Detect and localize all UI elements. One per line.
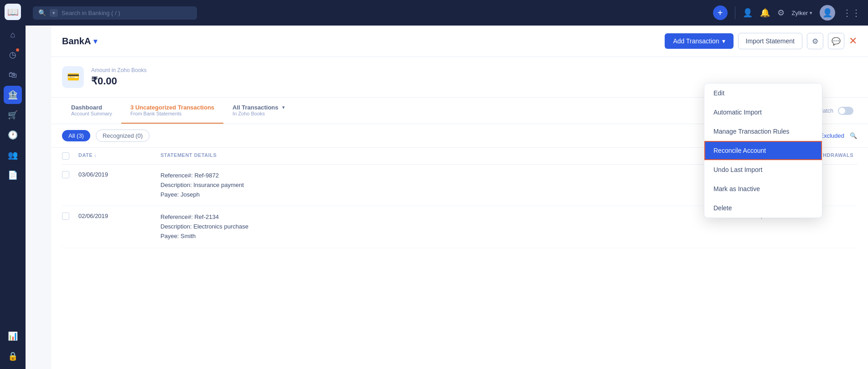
tab-dashboard[interactable]: Dashboard Account Summary [62, 98, 121, 124]
header-actions: Add Transaction ▾ Import Statement ⚙ 💬 ✕ [665, 33, 857, 49]
row2-date: 02/06/2019 [78, 213, 160, 219]
balance-label: Amount in Zoho Books [91, 67, 146, 73]
dropdown-edit[interactable]: Edit [704, 83, 822, 103]
add-transaction-label: Add Transaction [673, 37, 719, 45]
plus-icon: + [718, 8, 723, 18]
row2-checkbox-col [62, 213, 78, 220]
account-name: BankA [62, 36, 91, 47]
filter-all-button[interactable]: All (3) [62, 130, 90, 141]
row1-payee: Payee: Joseph [160, 190, 711, 200]
row1-ref: Reference#: Ref-9872 [160, 171, 711, 181]
page-title: BankA ▾ [62, 36, 97, 47]
dropdown-automatic-import[interactable]: Automatic Import [704, 103, 822, 122]
topnav-right: + 👤 🔔 ⚙ Zylker ▾ 👤 ⋮⋮ [713, 5, 861, 21]
dropdown-mark-inactive[interactable]: Mark as Inactive [704, 179, 822, 198]
gear-icon: ⚙ [812, 37, 818, 46]
feedback-icon: 💬 [832, 37, 841, 46]
sidebar-item-reports[interactable]: 📊 [4, 327, 22, 345]
sidebar-item-time[interactable]: 🕐 [4, 126, 22, 144]
org-name: Zylker [792, 10, 808, 16]
topnav-divider [735, 6, 735, 19]
page-header: BankA ▾ Add Transaction ▾ Import Stateme… [51, 26, 868, 57]
edit-label: Edit [713, 89, 724, 97]
tab-all-label: All Transactions [232, 104, 278, 111]
avatar[interactable]: 👤 [820, 5, 835, 21]
row1-checkbox[interactable] [62, 171, 69, 178]
tab-uncategorized-label: 3 Uncategorized Transactions [130, 104, 214, 111]
tab-all-transactions[interactable]: All Transactions ▾ In Zoho Books [223, 98, 294, 124]
manage-rules-label: Manage Transaction Rules [713, 128, 790, 135]
add-new-button[interactable]: + [713, 5, 728, 20]
banking-icon: 🏦 [8, 90, 18, 100]
import-statement-label: Import Statement [746, 37, 795, 45]
search-icon: 🔍 [38, 9, 46, 16]
reports-icon: 📊 [8, 331, 18, 341]
tab-uncategorized[interactable]: 3 Uncategorized Transactions From Bank S… [121, 98, 223, 124]
documents-icon: 📄 [8, 170, 18, 180]
sidebar-item-home[interactable]: ⌂ [4, 26, 22, 44]
tab-uncategorized-sublabel: From Bank Statements [130, 111, 214, 116]
search-transactions-icon[interactable]: 🔍 [850, 132, 857, 139]
add-transaction-chevron-icon: ▾ [722, 37, 725, 45]
filter-recognized-label: Recognized (0) [103, 132, 143, 139]
banking-card-icon: 💳 [67, 71, 79, 83]
sidebar-item-timer[interactable]: ◷ [4, 46, 22, 64]
gear-settings-button[interactable]: ⚙ [807, 33, 823, 49]
notifications-icon[interactable]: 🔔 [760, 8, 770, 18]
sidebar-item-documents[interactable]: 📄 [4, 166, 22, 184]
balance-amount: ₹0.00 [91, 75, 146, 87]
avatar-placeholder: 👤 [822, 8, 832, 18]
excluded-link[interactable]: Excluded [820, 132, 844, 139]
search-dropdown-button[interactable]: ▾ [50, 9, 58, 17]
top-navigation: 🔍 ▾ + 👤 🔔 ⚙ Zylker ▾ 👤 ⋮⋮ [26, 0, 868, 26]
feedback-button[interactable]: 💬 [828, 33, 844, 49]
import-statement-button[interactable]: Import Statement [738, 33, 802, 49]
timer-icon: ◷ [9, 50, 16, 60]
balance-icon: 💳 [62, 66, 84, 88]
contacts-nav-icon: 🛍 [9, 70, 17, 80]
sidebar-item-orders[interactable]: 🛒 [4, 106, 22, 124]
tab-all-chevron-icon: ▾ [282, 104, 285, 110]
dropdown-undo-import[interactable]: Undo Last Import [704, 160, 822, 179]
logo-icon: 📖 [7, 6, 19, 17]
close-button[interactable]: ✕ [849, 35, 857, 47]
sidebar-item-banking[interactable]: 🏦 [4, 86, 22, 104]
close-icon: ✕ [849, 35, 857, 47]
delete-label: Delete [713, 204, 732, 212]
sidebar-item-settings[interactable]: 🔒 [4, 347, 22, 365]
org-selector[interactable]: Zylker ▾ [792, 10, 812, 16]
accountant-icon: 👥 [8, 150, 18, 160]
search-input[interactable] [62, 10, 191, 16]
app-logo[interactable]: 📖 [5, 4, 21, 20]
settings-dropdown-menu: Edit Automatic Import Manage Transaction… [704, 83, 822, 218]
contacts-icon[interactable]: 👤 [743, 8, 753, 18]
select-all-checkbox[interactable] [62, 152, 69, 160]
org-chevron-icon: ▾ [810, 10, 812, 16]
search-bar[interactable]: 🔍 ▾ [33, 6, 197, 20]
sidebar: 📖 ⌂ ◷ 🛍 🏦 🛒 🕐 👥 📄 📊 🔒 [0, 0, 26, 369]
dropdown-manage-rules[interactable]: Manage Transaction Rules [704, 122, 822, 141]
dropdown-delete[interactable]: Delete [704, 198, 822, 218]
tab-dashboard-sublabel: Account Summary [71, 111, 112, 116]
row2-checkbox[interactable] [62, 213, 69, 220]
settings-icon[interactable]: ⚙ [777, 8, 785, 18]
search-category-label: ▾ [52, 10, 55, 16]
filter-all-label: All (3) [68, 132, 84, 139]
apps-grid-icon[interactable]: ⋮⋮ [842, 7, 861, 18]
row1-desc: Description: Insurance payment [160, 181, 711, 190]
mark-inactive-label: Mark as Inactive [713, 185, 760, 192]
add-transaction-button[interactable]: Add Transaction ▾ [665, 33, 733, 49]
sidebar-item-accountant[interactable]: 👥 [4, 146, 22, 164]
time-icon: 🕐 [8, 130, 18, 140]
orders-icon: 🛒 [8, 110, 18, 120]
account-chevron-icon[interactable]: ▾ [93, 37, 97, 46]
date-sort-icon: ↕ [94, 153, 97, 158]
row1-checkbox-col [62, 171, 78, 178]
automatic-import-label: Automatic Import [713, 109, 762, 116]
dropdown-reconcile[interactable]: Reconcile Account [704, 141, 822, 160]
filter-right: Excluded 🔍 [820, 132, 857, 139]
sidebar-item-contacts[interactable]: 🛍 [4, 66, 22, 84]
row2-ref: Reference#: Ref-2134 [160, 213, 711, 222]
filter-recognized-button[interactable]: Recognized (0) [96, 130, 150, 142]
match-toggle[interactable] [838, 107, 853, 115]
